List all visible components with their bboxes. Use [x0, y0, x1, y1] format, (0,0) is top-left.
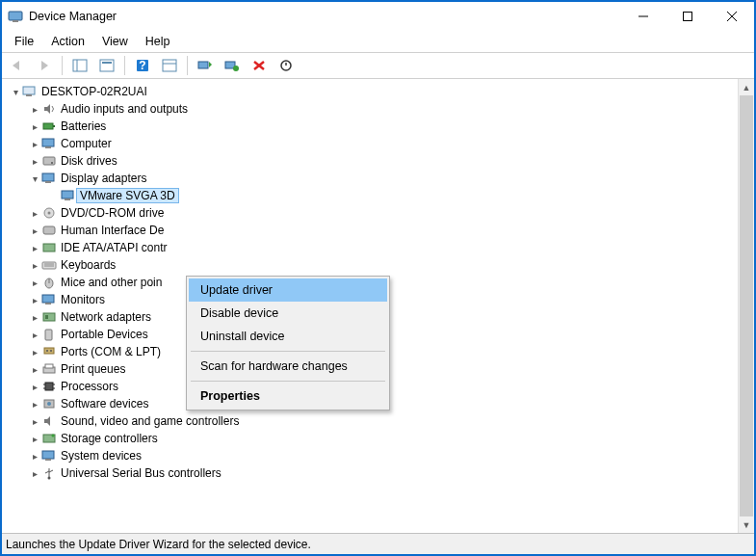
menu-view[interactable]: View: [93, 33, 137, 50]
back-button[interactable]: [6, 55, 29, 76]
ide-icon: [40, 241, 58, 254]
menu-help[interactable]: Help: [137, 33, 179, 50]
tree-category[interactable]: ▸ Audio inputs and outputs: [4, 100, 752, 118]
chevron-right-icon[interactable]: ▸: [29, 330, 40, 340]
menu-file[interactable]: File: [6, 33, 42, 50]
toolbar: ?: [2, 52, 754, 79]
maximize-button[interactable]: [665, 2, 710, 31]
chevron-right-icon[interactable]: ▸: [29, 312, 40, 323]
display-icon: [60, 189, 77, 202]
tree-category[interactable]: ▸ Keyboards: [4, 256, 752, 274]
close-button[interactable]: [710, 2, 754, 31]
tree-device-label: VMware SVGA 3D: [77, 189, 178, 202]
tree-label: Keyboards: [58, 258, 118, 272]
chevron-right-icon[interactable]: ▸: [29, 208, 40, 219]
computer-icon: [40, 137, 58, 150]
app-icon: [8, 9, 23, 24]
chevron-right-icon[interactable]: ▸: [29, 416, 40, 427]
svg-point-62: [48, 477, 51, 480]
scan-hardware-button[interactable]: [221, 55, 244, 76]
scroll-down-arrow[interactable]: ▼: [739, 516, 754, 533]
disk-icon: [40, 154, 58, 168]
update-driver-button[interactable]: [194, 55, 217, 76]
svg-rect-23: [53, 125, 55, 127]
chevron-right-icon[interactable]: ▸: [29, 139, 40, 149]
printer-icon: [40, 362, 58, 376]
chevron-right-icon[interactable]: ▸: [29, 434, 40, 444]
tree-category[interactable]: ▸ System devices: [4, 447, 752, 464]
tree-label: Processors: [58, 380, 121, 393]
svg-rect-9: [102, 62, 112, 64]
action-button[interactable]: [158, 55, 181, 76]
tree-category[interactable]: ▸ Computer: [4, 135, 752, 152]
chevron-right-icon[interactable]: ▸: [29, 382, 40, 392]
chevron-right-icon[interactable]: ▸: [29, 243, 40, 253]
chevron-down-icon[interactable]: ▾: [29, 173, 40, 184]
tree-label: Human Interface De: [58, 224, 167, 237]
help-button[interactable]: ?: [131, 55, 154, 76]
chevron-right-icon[interactable]: ▸: [29, 468, 40, 479]
menu-action[interactable]: Action: [42, 33, 93, 50]
chevron-right-icon[interactable]: ▸: [29, 451, 40, 462]
tree-category[interactable]: ▸ Storage controllers: [4, 430, 752, 447]
tree-label: Batteries: [58, 119, 109, 133]
tree-category[interactable]: ▸ IDE ATA/ATAPI contr: [4, 239, 752, 256]
chevron-down-icon[interactable]: ▾: [10, 87, 21, 97]
chevron-right-icon[interactable]: ▸: [29, 104, 40, 115]
audio-icon: [40, 102, 58, 116]
toolbar-separator: [187, 56, 188, 75]
svg-rect-41: [42, 295, 54, 303]
svg-rect-21: [26, 94, 32, 96]
tree-category[interactable]: ▸ Batteries: [4, 118, 752, 135]
tree-category[interactable]: ▸ Sound, video and game controllers: [4, 412, 752, 430]
svg-rect-60: [42, 451, 54, 459]
svg-point-33: [48, 212, 51, 215]
window-title: Device Manager: [29, 10, 117, 23]
tree-category[interactable]: ▸ Human Interface De: [4, 222, 752, 239]
chevron-right-icon[interactable]: ▸: [29, 225, 40, 236]
chevron-right-icon[interactable]: ▸: [29, 156, 40, 167]
tree-label: Disk drives: [58, 154, 120, 168]
processor-icon: [40, 380, 58, 393]
tree-category-display-adapters[interactable]: ▾ Display adapters: [4, 170, 752, 187]
chevron-right-icon[interactable]: ▸: [29, 347, 40, 357]
chevron-right-icon[interactable]: ▸: [29, 121, 40, 132]
chevron-right-icon[interactable]: ▸: [29, 364, 40, 375]
chevron-right-icon[interactable]: ▸: [29, 399, 40, 410]
device-tree[interactable]: ▾ DESKTOP-02R2UAI ▸ Audio inputs and out…: [2, 79, 754, 533]
tree-label: Print queues: [58, 362, 128, 376]
uninstall-button[interactable]: [248, 55, 271, 76]
properties-button[interactable]: [95, 55, 118, 76]
scroll-up-arrow[interactable]: ▲: [739, 79, 754, 95]
forward-button[interactable]: [33, 55, 56, 76]
svg-point-57: [47, 402, 51, 406]
tree-category[interactable]: ▸ DVD/CD-ROM drive: [4, 204, 752, 222]
svg-text:?: ?: [139, 59, 145, 72]
minimize-button[interactable]: [621, 2, 665, 31]
scroll-track[interactable]: [739, 95, 754, 516]
chevron-right-icon[interactable]: ▸: [29, 295, 40, 305]
tree-root[interactable]: ▾ DESKTOP-02R2UAI: [4, 83, 752, 100]
scroll-thumb[interactable]: [740, 95, 753, 516]
chevron-right-icon[interactable]: ▸: [29, 260, 40, 271]
tree-device-vmware-svga-3d[interactable]: VMware SVGA 3D: [4, 187, 752, 204]
svg-point-47: [46, 350, 48, 352]
disable-button[interactable]: [274, 55, 298, 76]
chevron-right-icon[interactable]: ▸: [29, 278, 40, 288]
tree-category[interactable]: ▸ Disk drives: [4, 152, 752, 170]
ctx-uninstall-device[interactable]: Uninstall device: [189, 325, 387, 348]
titlebar: Device Manager: [2, 2, 754, 31]
svg-rect-20: [23, 87, 35, 94]
ctx-properties[interactable]: Properties: [189, 384, 387, 408]
ctx-update-driver[interactable]: Update driver: [189, 278, 387, 302]
vertical-scrollbar[interactable]: ▲ ▼: [738, 79, 754, 533]
svg-rect-1: [13, 20, 18, 22]
ctx-disable-device[interactable]: Disable device: [189, 302, 387, 325]
tree-category[interactable]: ▸ Universal Serial Bus controllers: [4, 464, 752, 482]
show-hide-tree-button[interactable]: [68, 55, 91, 76]
svg-rect-31: [65, 199, 70, 200]
tree-label: Network adapters: [58, 310, 154, 324]
status-text: Launches the Update Driver Wizard for th…: [6, 538, 311, 551]
ctx-scan-hardware[interactable]: Scan for hardware changes: [189, 355, 387, 378]
svg-rect-26: [43, 157, 55, 165]
